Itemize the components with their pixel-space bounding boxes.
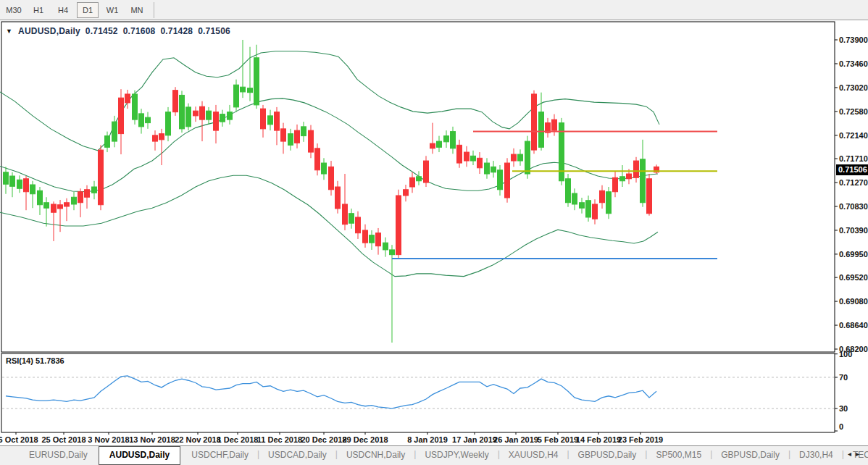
candle-body	[512, 154, 517, 161]
candle-body	[600, 190, 605, 202]
ohlc-low: 0.71428	[160, 26, 193, 36]
candle-body	[275, 112, 280, 130]
candle-body	[125, 94, 130, 103]
candle-body	[404, 190, 409, 196]
timeframe-button-w1[interactable]: W1	[101, 2, 123, 18]
candle-body	[370, 235, 375, 243]
candle-body	[58, 205, 63, 209]
candle-body	[186, 107, 191, 127]
date-axis-label: 3 Nov 2018	[88, 435, 129, 444]
candle-body	[166, 112, 171, 135]
price-axis-label: 0.72140	[839, 131, 868, 140]
date-axis-label: 17 Jan 2019	[452, 435, 497, 444]
timeframe-button-d1[interactable]: D1	[77, 2, 99, 18]
rsi-indicator-label: RSI(14) 51.7836	[6, 356, 64, 365]
price-axis-label: 0.73020	[839, 83, 868, 92]
price-axis-label: 0.69080	[839, 297, 868, 306]
symbol-dropdown-icon[interactable]: ▼	[6, 28, 12, 35]
tab-gbpusd-daily[interactable]: GBPUSD,Daily	[569, 447, 646, 464]
candle-body	[627, 174, 632, 179]
candle-body	[139, 114, 144, 127]
candle-body	[505, 163, 510, 198]
chart-canvas[interactable]	[0, 20, 868, 445]
candle-body	[206, 111, 212, 120]
candle-body	[539, 112, 544, 148]
tab-usdjpy-weekly[interactable]: USDJPY,Weekly	[416, 447, 497, 464]
candle-body	[485, 163, 490, 174]
candle-body	[430, 143, 435, 148]
candle-body	[525, 141, 530, 174]
candle-body	[220, 114, 225, 122]
candle-body	[315, 148, 320, 170]
candle-body	[335, 187, 341, 209]
candle-body	[17, 180, 22, 188]
candle-body	[72, 197, 77, 204]
candle-body	[417, 177, 422, 181]
candle-body	[356, 217, 361, 233]
date-axis-label: 20 Dec 2018	[301, 435, 347, 444]
candle-body	[349, 214, 354, 223]
tab-dj30-h4[interactable]: DJ30,H4	[790, 447, 842, 464]
candle-body	[85, 190, 90, 197]
tab-gbpusd-daily[interactable]: GBPUSD,Daily	[712, 447, 788, 464]
date-axis-label: 1 Dec 2018	[217, 435, 259, 444]
rsi-axis-label: 0	[839, 422, 843, 431]
candle-body	[640, 159, 646, 203]
date-axis-label: 8 Jan 2019	[407, 435, 448, 444]
tab-scroll-right-icon[interactable]: ▸	[856, 450, 864, 458]
tab-sp500-m15[interactable]: SP500,M15	[647, 447, 710, 464]
candle-body	[193, 111, 199, 116]
timeframe-button-mn[interactable]: MN	[126, 2, 148, 18]
date-axis-label: 23 Feb 2019	[618, 435, 663, 444]
rsi-axis-label: 100	[839, 350, 852, 359]
candle-body	[647, 179, 652, 214]
candle-body	[268, 116, 273, 125]
candle-body	[410, 177, 415, 187]
chart-title: ▼ AUDUSD,Daily 0.71452 0.71608 0.71428 0…	[6, 26, 230, 36]
timeframe-toolbar: M30H1H4D1W1MN	[0, 0, 868, 20]
symbol-tabs: EURUSD,Daily|AUDUSD,Daily|USDCHF,Daily|U…	[20, 446, 868, 465]
candle-body	[78, 192, 83, 203]
tab-audusd-daily[interactable]: AUDUSD,Daily	[99, 446, 180, 465]
tab-usdcad-daily[interactable]: USDCAD,Daily	[259, 447, 335, 464]
tab-usdcnh-daily[interactable]: USDCNH,Daily	[338, 447, 414, 464]
candle-body	[552, 120, 557, 130]
date-axis-label: 11 Dec 2018	[257, 435, 302, 444]
candle-body	[146, 117, 151, 122]
timeframe-button-m30[interactable]: M30	[3, 2, 25, 18]
candle-body	[99, 150, 104, 205]
candle-body	[254, 58, 259, 105]
tab-eurusd-daily[interactable]: EURUSD,Daily	[20, 447, 96, 464]
timeframe-button-h4[interactable]: H4	[52, 2, 74, 18]
candle-body	[491, 167, 496, 172]
date-axis-label: 14 Feb 2019	[576, 435, 621, 444]
candle-body	[390, 250, 395, 255]
candle-body	[498, 170, 503, 190]
candle-body	[580, 203, 585, 208]
candle-body	[451, 132, 456, 148]
price-axis-label: 0.68640	[839, 321, 868, 330]
tab-xauusd-h4[interactable]: XAUUSD,H4	[500, 447, 567, 464]
candle-body	[437, 141, 442, 147]
candle-body	[634, 161, 639, 177]
tab-usdchf-daily[interactable]: USDCHF,Daily	[183, 447, 257, 464]
candle-body	[180, 95, 185, 128]
candle-body	[606, 192, 612, 214]
candle-body	[301, 127, 306, 136]
price-axis-label: 0.70390	[839, 226, 868, 235]
price-axis-label: 0.69950	[839, 250, 868, 259]
timeframe-button-h1[interactable]: H1	[28, 2, 49, 18]
price-axis-label: 0.72580	[839, 107, 868, 116]
candle-body	[4, 172, 9, 184]
candle-body	[92, 187, 97, 193]
date-axis-label: 29 Dec 2018	[343, 435, 388, 444]
candle-body	[586, 201, 591, 217]
tab-scroll-left-icon[interactable]: ◂	[848, 450, 856, 458]
candle-body	[363, 230, 368, 243]
chart-window: ▼ AUDUSD,Daily 0.71452 0.71608 0.71428 0…	[0, 20, 868, 445]
candle-body	[396, 196, 401, 255]
main-pane-border	[1, 22, 835, 352]
price-axis-label: 0.70830	[839, 202, 868, 211]
date-axis-label: 13 Nov 2018	[129, 435, 175, 444]
rsi-pane-border	[1, 353, 835, 432]
